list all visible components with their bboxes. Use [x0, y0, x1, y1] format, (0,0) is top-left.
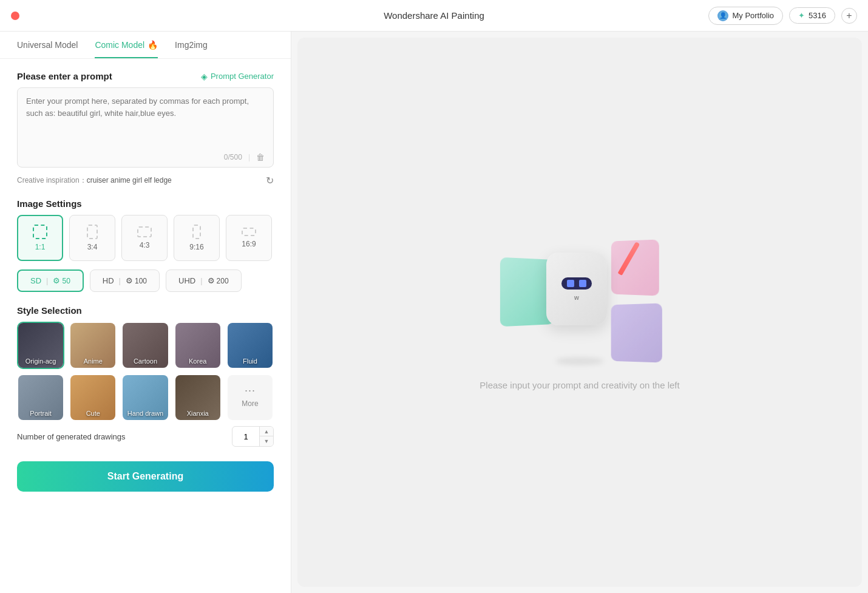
aspect-icon-1-1 — [33, 225, 47, 239]
style-label-anime: Anime — [70, 357, 115, 365]
style-label-fluid: Fluid — [228, 357, 273, 365]
quality-hd[interactable]: HD | ⚙ 100 — [90, 269, 160, 292]
style-more[interactable]: ··· More — [226, 374, 274, 421]
style-label-more: More — [242, 399, 258, 408]
aspect-label-9-16: 9:16 — [189, 243, 203, 251]
aspect-label-1-1: 1:1 — [35, 243, 46, 251]
tab-comic-model[interactable]: Comic Model 🔥 — [95, 40, 158, 58]
start-generating-button[interactable]: Start Generating — [17, 461, 274, 492]
style-label-portrait: Portrait — [18, 410, 63, 417]
aspect-ratio-1-1[interactable]: 1:1 — [17, 215, 63, 261]
aspect-label-16-9: 16:9 — [242, 240, 256, 248]
style-portrait[interactable]: Portrait — [17, 374, 64, 421]
aspect-ratio-3-4[interactable]: 3:4 — [69, 215, 115, 261]
divider: | — [248, 153, 250, 161]
number-label: Number of generated drawings — [17, 432, 126, 441]
quality-uhd-coins: ⚙ 200 — [208, 276, 229, 285]
robot-eyes — [561, 277, 592, 290]
robot-logo: w — [574, 294, 579, 301]
aspect-ratio-4-3[interactable]: 4:3 — [121, 215, 168, 261]
stepper-up[interactable]: ▲ — [260, 427, 273, 436]
tab-img2img[interactable]: Img2img — [175, 40, 208, 58]
style-hand-drawn[interactable]: Hand drawn — [121, 374, 169, 421]
image-settings-title: Image Settings — [17, 198, 82, 209]
style-origin-acg[interactable]: Origin-acg — [17, 322, 64, 369]
style-section-title: Style Selection — [17, 305, 82, 316]
number-row: Number of generated drawings ▲ ▼ — [17, 426, 274, 447]
quality-sd[interactable]: SD | ⚙ 50 — [17, 269, 84, 292]
style-xianxia[interactable]: Xianxia — [174, 374, 222, 421]
tab-universal-model[interactable]: Universal Model — [17, 40, 78, 58]
style-thumb-origin-acg: Origin-acg — [18, 323, 63, 368]
start-generating-label: Start Generating — [107, 471, 183, 481]
quality-uhd-label: UHD — [178, 276, 195, 285]
robot-illustration: w — [495, 234, 665, 368]
inspiration-text: Creative inspiration：cruiser anime girl … — [17, 175, 172, 186]
right-panel-placeholder: Please input your prompt and creativity … — [480, 380, 679, 390]
stepper-down[interactable]: ▼ — [260, 436, 273, 446]
style-thumb-anime: Anime — [70, 323, 115, 368]
style-thumb-portrait: Portrait — [18, 375, 63, 420]
inspiration-row: Creative inspiration：cruiser anime girl … — [17, 175, 274, 186]
refresh-inspiration-button[interactable]: ↻ — [266, 175, 274, 186]
aspect-label-4-3: 4:3 — [140, 241, 150, 249]
main-layout: Universal Model Comic Model 🔥 Img2img Pl… — [0, 32, 868, 593]
style-thumb-cute: Cute — [70, 375, 115, 420]
quality-hd-coins-value: 100 — [135, 277, 147, 285]
tab-universal-label: Universal Model — [17, 40, 78, 50]
number-input[interactable] — [232, 429, 259, 444]
aspect-ratio-9-16[interactable]: 9:16 — [174, 215, 220, 261]
coin-icon: ⚙ — [53, 276, 60, 285]
titlebar: Wondershare AI Painting 👤 My Portfolio ✦… — [0, 0, 868, 32]
char-count: 0/500 — [224, 153, 242, 161]
diamond-icon: ◈ — [201, 72, 208, 81]
tab-comic-label: Comic Model — [95, 40, 144, 50]
style-korea[interactable]: Korea — [174, 322, 222, 369]
traffic-light-close[interactable] — [11, 12, 19, 20]
titlebar-actions: 👤 My Portfolio ✦ 5316 + — [708, 7, 857, 25]
add-button[interactable]: + — [841, 8, 857, 24]
tab-bar: Universal Model Comic Model 🔥 Img2img — [0, 32, 291, 59]
credits-button[interactable]: ✦ 5316 — [789, 7, 835, 24]
portfolio-label: My Portfolio — [732, 11, 774, 20]
aspect-ratio-16-9[interactable]: 16:9 — [226, 215, 272, 261]
style-label-korea: Korea — [175, 357, 220, 365]
add-icon: + — [846, 10, 852, 21]
aspect-icon-4-3 — [137, 226, 152, 237]
style-label-cartoon: Cartoon — [123, 357, 168, 365]
portfolio-icon: 👤 — [717, 10, 728, 21]
style-fluid[interactable]: Fluid — [226, 322, 274, 369]
style-anime[interactable]: Anime — [69, 322, 117, 369]
more-dots-icon: ··· — [245, 384, 256, 397]
portfolio-button[interactable]: 👤 My Portfolio — [708, 7, 783, 25]
clear-prompt-button[interactable]: 🗑 — [256, 152, 265, 162]
style-thumb-xianxia: Xianxia — [175, 375, 220, 420]
coin-icon-uhd: ⚙ — [208, 276, 215, 285]
prompt-section-header: Please enter a prompt ◈ Prompt Generator — [17, 71, 274, 81]
prompt-generator-button[interactable]: ◈ Prompt Generator — [201, 72, 274, 81]
style-cartoon[interactable]: Cartoon — [121, 322, 169, 369]
style-label-xianxia: Xianxia — [175, 410, 220, 417]
quality-uhd-coins-value: 200 — [217, 277, 229, 285]
quality-uhd[interactable]: UHD | ⚙ 200 — [166, 269, 242, 292]
robot-eye-left — [567, 280, 574, 287]
quality-sd-coins: ⚙ 50 — [53, 276, 70, 285]
credits-icon: ✦ — [798, 11, 805, 20]
quality-sd-label: SD — [30, 276, 41, 285]
prompt-gen-label: Prompt Generator — [211, 72, 274, 81]
robot-eye-right — [579, 280, 586, 287]
fire-icon: 🔥 — [147, 40, 158, 50]
style-label-origin-acg: Origin-acg — [18, 357, 63, 365]
left-panel: Universal Model Comic Model 🔥 Img2img Pl… — [0, 32, 291, 593]
prompt-input[interactable] — [26, 95, 265, 150]
inspiration-tags: cruiser anime girl elf ledge — [87, 176, 172, 185]
style-cute[interactable]: Cute — [69, 374, 117, 421]
tab-img2img-label: Img2img — [175, 40, 208, 50]
aspect-icon-16-9 — [242, 228, 256, 236]
panel-content: Please enter a prompt ◈ Prompt Generator… — [0, 59, 291, 504]
inspiration-label: Creative inspiration： — [17, 176, 87, 185]
right-panel: w Please input your prompt and creativit… — [297, 38, 862, 587]
robot-shadow — [555, 357, 604, 365]
style-thumb-korea: Korea — [175, 323, 220, 368]
style-grid-row2: Portrait Cute Hand drawn Xianxia — [17, 374, 274, 421]
